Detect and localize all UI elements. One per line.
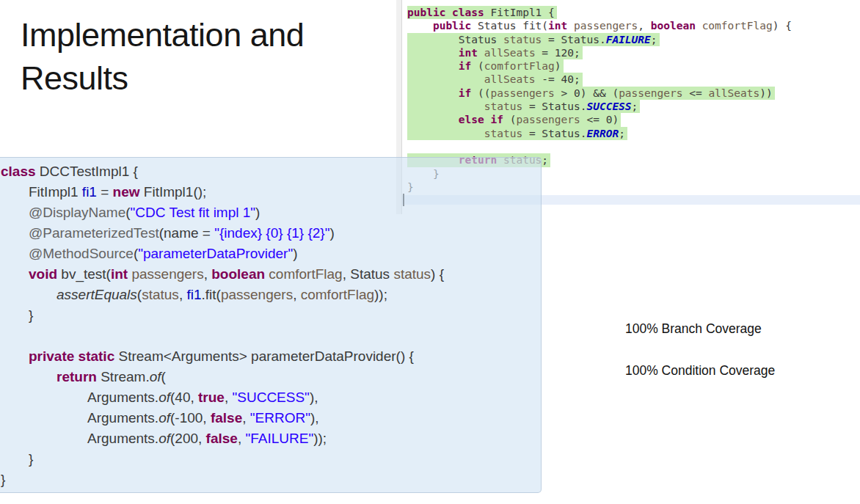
code-line: private static Stream<Arguments> paramet… — [1, 346, 541, 367]
coverage-labels: 100% Branch Coverage 100% Condition Cove… — [625, 321, 775, 379]
code-line: else if (passengers <= 0) — [407, 113, 860, 126]
code-line: int allSeats = 120; — [407, 46, 860, 59]
page-title-line1: Implementation and — [21, 13, 402, 56]
slide: Implementation and Results public class … — [0, 0, 860, 504]
code-line: status = Status.ERROR; — [407, 127, 860, 140]
code-line: if ((passengers > 0) && (passengers <= a… — [407, 87, 860, 100]
code-line: } — [1, 470, 541, 490]
code-line: @MethodSource("parameterDataProvider") — [1, 244, 541, 264]
code-line: Arguments.of(40, true, "SUCCESS"), — [1, 387, 541, 408]
code-line: Status status = Status.FAILURE; — [407, 33, 860, 46]
code-line: FitImpl1 fi1 = new FitImpl1(); — [1, 182, 541, 202]
code-line: Arguments.of(-100, false, "ERROR"), — [1, 408, 541, 428]
code-line: } — [1, 305, 541, 326]
code-line: } — [1, 449, 541, 470]
code-line: allSeats -= 40; — [407, 73, 860, 86]
code-line — [1, 326, 541, 346]
code-line: class DCCTestImpl1 { — [1, 161, 541, 182]
page-title: Implementation and Results — [21, 13, 402, 100]
code-line: void bv_test(int passengers, boolean com… — [1, 264, 541, 285]
page-title-line2: Results — [21, 56, 402, 100]
code-line: Arguments.of(200, false, "FAILURE")); — [1, 428, 541, 449]
code-line: return Stream.of( — [1, 367, 541, 387]
code-line — [407, 140, 860, 153]
code-line: if (comfortFlag) — [407, 59, 860, 73]
code-line: status = Status.SUCCESS; — [407, 100, 860, 113]
code-line: public Status fit(int passengers, boolea… — [407, 19, 860, 32]
code-line: public class FitImpl1 { — [407, 6, 860, 19]
code-line: @DisplayName("CDC Test fit impl 1") — [1, 202, 541, 223]
test-code-block: class DCCTestImpl1 {FitImpl1 fi1 = new F… — [1, 161, 541, 490]
branch-coverage-label: 100% Branch Coverage — [625, 321, 775, 337]
condition-coverage-label: 100% Condition Coverage — [625, 363, 775, 379]
test-code-box: class DCCTestImpl1 {FitImpl1 fi1 = new F… — [0, 157, 542, 493]
code-line: @ParameterizedTest(name = "{index} {0} {… — [1, 223, 541, 244]
code-line: assertEquals(status, fi1.fit(passengers,… — [1, 285, 541, 305]
